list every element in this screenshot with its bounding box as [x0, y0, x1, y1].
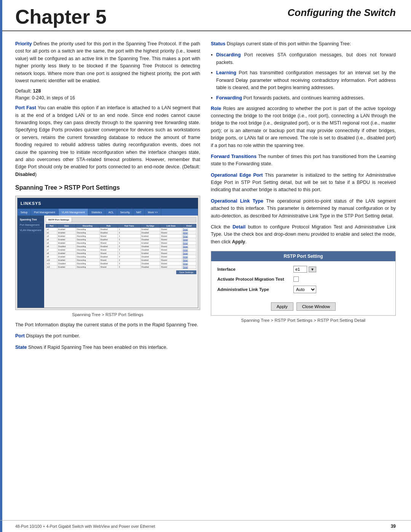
- table-cell[interactable]: Detail: [182, 231, 196, 235]
- table-cell: Discarding: [76, 255, 99, 259]
- default-value: 128: [33, 88, 41, 94]
- interface-input[interactable]: [293, 266, 307, 273]
- table-cell[interactable]: Detail: [182, 238, 196, 241]
- apply-button[interactable]: Apply: [271, 302, 293, 311]
- table-cell: Discarding: [76, 248, 99, 252]
- admin-link-select[interactable]: Auto Point-to-Point Shared: [293, 286, 316, 293]
- table-cell[interactable]: Detail: [182, 228, 196, 231]
- table-cell: Enabled: [57, 235, 76, 238]
- table-cell: Enabled: [57, 228, 76, 231]
- discarding-text: Port receives STA configuration messages…: [216, 52, 396, 65]
- status-term: Status: [211, 41, 225, 46]
- table-cell: e2: [46, 231, 57, 235]
- port-info-para: The Port Information display the current…: [15, 321, 200, 329]
- table-cell: Shared: [160, 248, 182, 252]
- close-window-button[interactable]: Close Window: [296, 302, 336, 311]
- chapter-title: Chapter 5: [15, 7, 206, 30]
- table-cell: 0: [118, 265, 140, 269]
- op-link-para: Operational Link Type The operational po…: [211, 198, 396, 220]
- linksys-sidebar: Spanning Tree Port Management VLAN Manag…: [18, 216, 44, 308]
- table-cell: e1: [46, 228, 57, 231]
- table-cell: Shared: [160, 241, 182, 245]
- forwarding-term: Forwarding: [216, 95, 242, 101]
- table-cell[interactable]: Detail: [182, 265, 196, 269]
- col-port: Port: [46, 224, 57, 228]
- table-cell: Disabled: [99, 231, 118, 235]
- col-detail: Detail: [182, 224, 196, 228]
- rstp-box-body: Interface ▼ Activate Protocol Migration …: [211, 261, 395, 315]
- table-cell: Shared: [160, 252, 182, 255]
- protocol-migration-checkbox[interactable]: [293, 276, 299, 282]
- rstp-table: Port State Discarding Role Fwd Trans Op …: [46, 224, 196, 269]
- table-cell: Discarding: [76, 235, 99, 238]
- forwarding-text: Port forwards packets, and continues lea…: [242, 95, 365, 101]
- table-cell: Disabled: [99, 262, 118, 265]
- role-term: Role: [211, 106, 221, 111]
- table-cell: Enabled: [140, 241, 160, 245]
- table-cell: Disabled: [99, 255, 118, 259]
- priority-paragraph: Priority Defines the priority used for t…: [15, 40, 200, 85]
- detail-term: Detail: [233, 224, 245, 230]
- col-state: State: [57, 224, 76, 228]
- click-text: Click the: [211, 224, 233, 230]
- table-cell: Discarding: [76, 259, 99, 262]
- table-cell: Enabled: [57, 231, 76, 235]
- table-cell: e8: [46, 252, 57, 255]
- table-cell: 0: [118, 255, 140, 259]
- table-cell: Shared: [99, 259, 118, 262]
- page-header: Chapter 5 Configuring the Switch: [0, 0, 411, 31]
- table-cell: Disabled: [57, 245, 76, 248]
- table-cell: Shared: [160, 238, 182, 241]
- interface-row: Interface ▼: [217, 266, 389, 273]
- click-detail-para: Click the Detail button to configure Pro…: [211, 224, 396, 246]
- table-cell: 0: [118, 248, 140, 252]
- table-cell: 1: [118, 235, 140, 238]
- table-cell[interactable]: Detail: [182, 245, 196, 248]
- table-row: e10EnabledDiscardingShared0EnabledShared…: [46, 259, 196, 262]
- table-cell: 0: [118, 245, 140, 248]
- nav-port: Port Management: [31, 209, 59, 216]
- table-cell[interactable]: Detail: [182, 235, 196, 238]
- interface-dropdown-icon[interactable]: ▼: [309, 267, 316, 272]
- table-cell: Enabled: [57, 238, 76, 241]
- table-cell: Disabled: [57, 262, 76, 265]
- table-cell[interactable]: Detail: [182, 259, 196, 262]
- table-row: e12EnabledDiscardingShared0DisabledShare…: [46, 265, 196, 269]
- table-cell[interactable]: Detail: [182, 241, 196, 245]
- admin-link-row: Administrative Link Type Auto Point-to-P…: [217, 286, 389, 293]
- table-cell: e4: [46, 238, 57, 241]
- table-cell: Enabled: [57, 252, 76, 255]
- table-cell: Disabled: [140, 231, 160, 235]
- table-cell: Enabled: [57, 248, 76, 252]
- apply-term: Apply: [232, 239, 245, 244]
- linksys-content: Spanning Tree Port Management VLAN Manag…: [18, 216, 198, 308]
- table-cell[interactable]: Detail: [182, 255, 196, 259]
- status-para: Status Displays current state of this po…: [211, 40, 396, 48]
- fwd-term: Forward Transitions: [211, 154, 256, 159]
- col-link: Link State: [160, 224, 182, 228]
- rstp-detail-caption: Spanning Tree > RSTP Port Settings > RST…: [211, 318, 396, 323]
- table-cell: Disabled: [140, 255, 160, 259]
- state-text: Shows if Rapid Spanning Tree has been en…: [27, 345, 168, 350]
- table-cell: Disabled: [140, 262, 160, 265]
- status-bullets: Discarding Port receives STA configurati…: [211, 51, 396, 102]
- table-cell[interactable]: Detail: [182, 252, 196, 255]
- table-cell[interactable]: Detail: [182, 262, 196, 265]
- table-row: e4EnabledDiscardingDisabled0DisabledShar…: [46, 238, 196, 241]
- table-cell[interactable]: Detail: [182, 248, 196, 252]
- protocol-checkbox-container: [293, 276, 299, 282]
- table-cell: Enabled: [57, 259, 76, 262]
- table-row: e3EnabledDiscardingShared1EnabledSharedD…: [46, 235, 196, 238]
- table-cell: Discarding: [76, 228, 99, 231]
- range-line: Range: 0-240, in steps of 16: [15, 95, 200, 101]
- table-cell: Disabled: [140, 265, 160, 269]
- col-role: Role: [99, 224, 118, 228]
- linksys-logo: LINKSYS: [21, 201, 41, 206]
- table-row: e1EnabledDiscardingDisabled1EnabledShare…: [46, 228, 196, 231]
- linksys-ui: LINKSYS Setup Port Management VLAN Manag…: [18, 198, 198, 308]
- state-term: State: [15, 345, 27, 350]
- table-cell: Disabled: [99, 245, 118, 248]
- linksys-save-button[interactable]: Save Settings: [176, 270, 196, 274]
- rstp-setting-box: RSTP Port Setting Interface ▼ Activate P…: [211, 251, 396, 316]
- table-cell: Discarding: [76, 241, 99, 245]
